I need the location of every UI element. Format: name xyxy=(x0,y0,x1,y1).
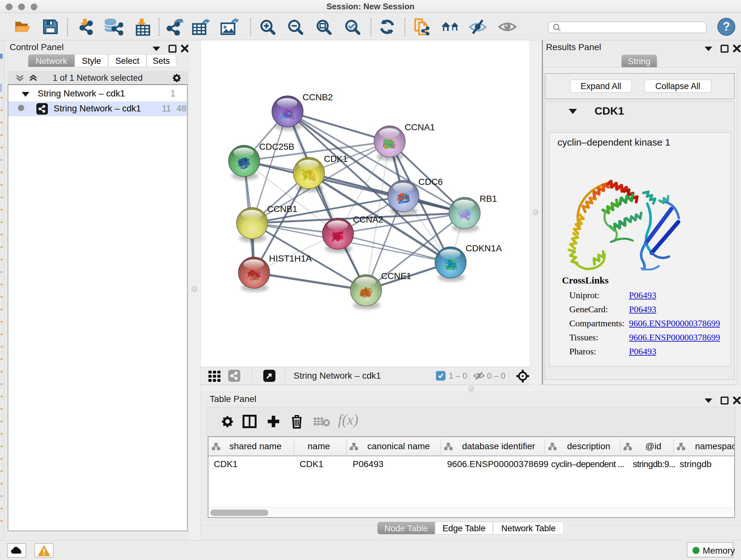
svg-text:CDC25B: CDC25B xyxy=(259,142,294,152)
svg-text:CDKN1A: CDKN1A xyxy=(466,243,502,253)
svg-text:?: ? xyxy=(723,20,730,33)
svg-text:CCNE1: CCNE1 xyxy=(381,271,411,281)
svg-text:CDC6: CDC6 xyxy=(418,177,443,187)
svg-text:RB1: RB1 xyxy=(480,194,497,204)
svg-text:CDK1: CDK1 xyxy=(324,154,348,164)
svg-text:CCNB2: CCNB2 xyxy=(302,92,333,102)
svg-text:CCNA1: CCNA1 xyxy=(405,122,435,132)
svg-text:CCNA2: CCNA2 xyxy=(353,214,383,225)
svg-text:HIST1H1A: HIST1H1A xyxy=(269,253,312,263)
svg-text:CCNB1: CCNB1 xyxy=(267,204,297,214)
